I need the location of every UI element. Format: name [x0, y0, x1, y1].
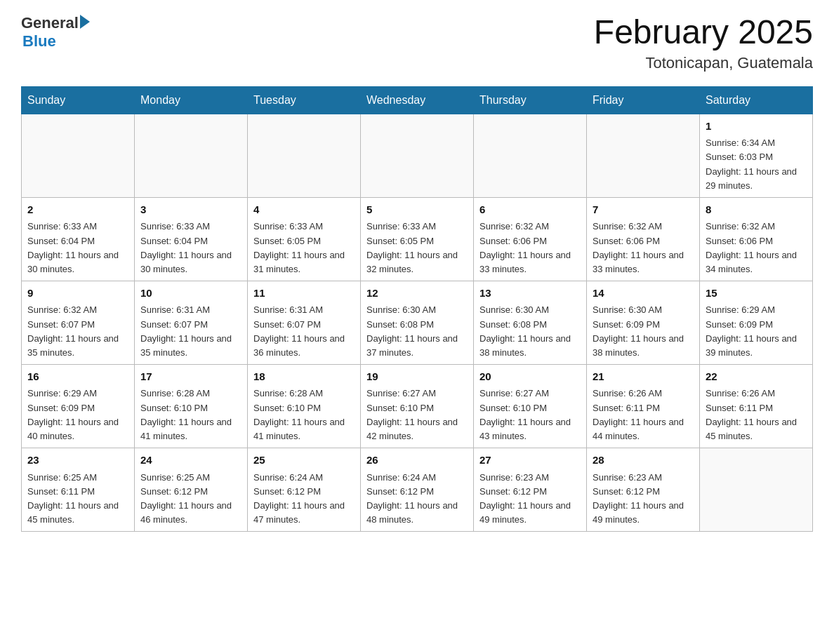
day-info: Sunrise: 6:26 AM Sunset: 6:11 PM Dayligh…	[706, 387, 807, 443]
table-row	[361, 114, 474, 197]
day-number: 24	[140, 452, 241, 469]
day-number: 1	[706, 119, 807, 135]
day-info: Sunrise: 6:33 AM Sunset: 6:04 PM Dayligh…	[27, 220, 128, 276]
table-row: 14Sunrise: 6:30 AM Sunset: 6:09 PM Dayli…	[587, 281, 700, 364]
day-info: Sunrise: 6:27 AM Sunset: 6:10 PM Dayligh…	[479, 387, 581, 443]
page-header: General Blue February 2025 Totonicapan, …	[21, 14, 813, 72]
day-number: 14	[593, 286, 694, 302]
day-info: Sunrise: 6:24 AM Sunset: 6:12 PM Dayligh…	[366, 471, 468, 528]
day-number: 11	[253, 286, 355, 302]
day-number: 2	[27, 202, 128, 218]
calendar-week-row: 16Sunrise: 6:29 AM Sunset: 6:09 PM Dayli…	[22, 364, 813, 448]
day-number: 4	[253, 202, 355, 218]
day-info: Sunrise: 6:32 AM Sunset: 6:06 PM Dayligh…	[593, 220, 694, 276]
day-number: 23	[27, 452, 128, 469]
day-number: 26	[366, 452, 468, 469]
table-row: 1Sunrise: 6:34 AM Sunset: 6:03 PM Daylig…	[700, 114, 813, 197]
table-row: 9Sunrise: 6:32 AM Sunset: 6:07 PM Daylig…	[22, 281, 135, 364]
logo-text-general: General	[21, 14, 79, 32]
day-number: 17	[140, 369, 241, 385]
calendar-week-row: 2Sunrise: 6:33 AM Sunset: 6:04 PM Daylig…	[22, 197, 813, 281]
day-number: 13	[479, 286, 581, 302]
day-info: Sunrise: 6:29 AM Sunset: 6:09 PM Dayligh…	[706, 303, 807, 360]
day-number: 21	[593, 369, 694, 385]
logo: General Blue	[21, 14, 90, 51]
calendar-header-row: Sunday Monday Tuesday Wednesday Thursday…	[22, 86, 813, 114]
day-info: Sunrise: 6:28 AM Sunset: 6:10 PM Dayligh…	[253, 387, 355, 443]
header-wednesday: Wednesday	[361, 86, 474, 114]
day-number: 7	[593, 202, 694, 218]
calendar-table: Sunday Monday Tuesday Wednesday Thursday…	[21, 86, 813, 532]
calendar-week-row: 1Sunrise: 6:34 AM Sunset: 6:03 PM Daylig…	[22, 114, 813, 197]
header-monday: Monday	[135, 86, 248, 114]
day-number: 5	[366, 202, 468, 218]
title-block: February 2025 Totonicapan, Guatemala	[594, 14, 813, 72]
day-number: 8	[706, 202, 807, 218]
table-row: 28Sunrise: 6:23 AM Sunset: 6:12 PM Dayli…	[587, 448, 700, 532]
day-number: 27	[479, 452, 581, 469]
table-row: 3Sunrise: 6:33 AM Sunset: 6:04 PM Daylig…	[135, 197, 248, 281]
day-info: Sunrise: 6:30 AM Sunset: 6:08 PM Dayligh…	[366, 303, 468, 360]
table-row: 10Sunrise: 6:31 AM Sunset: 6:07 PM Dayli…	[135, 281, 248, 364]
table-row: 17Sunrise: 6:28 AM Sunset: 6:10 PM Dayli…	[135, 364, 248, 448]
table-row: 5Sunrise: 6:33 AM Sunset: 6:05 PM Daylig…	[361, 197, 474, 281]
table-row: 6Sunrise: 6:32 AM Sunset: 6:06 PM Daylig…	[474, 197, 587, 281]
day-info: Sunrise: 6:24 AM Sunset: 6:12 PM Dayligh…	[253, 471, 355, 528]
day-number: 15	[706, 286, 807, 302]
day-number: 10	[140, 286, 241, 302]
header-tuesday: Tuesday	[248, 86, 361, 114]
table-row: 13Sunrise: 6:30 AM Sunset: 6:08 PM Dayli…	[474, 281, 587, 364]
day-number: 28	[593, 452, 694, 469]
table-row: 4Sunrise: 6:33 AM Sunset: 6:05 PM Daylig…	[248, 197, 361, 281]
day-info: Sunrise: 6:34 AM Sunset: 6:03 PM Dayligh…	[706, 136, 807, 193]
day-info: Sunrise: 6:23 AM Sunset: 6:12 PM Dayligh…	[479, 471, 581, 528]
day-number: 3	[140, 202, 241, 218]
logo-arrow-icon	[80, 15, 90, 29]
day-info: Sunrise: 6:27 AM Sunset: 6:10 PM Dayligh…	[366, 387, 468, 443]
day-info: Sunrise: 6:29 AM Sunset: 6:09 PM Dayligh…	[27, 387, 128, 443]
table-row: 19Sunrise: 6:27 AM Sunset: 6:10 PM Dayli…	[361, 364, 474, 448]
table-row: 2Sunrise: 6:33 AM Sunset: 6:04 PM Daylig…	[22, 197, 135, 281]
day-info: Sunrise: 6:31 AM Sunset: 6:07 PM Dayligh…	[140, 303, 241, 360]
table-row: 18Sunrise: 6:28 AM Sunset: 6:10 PM Dayli…	[248, 364, 361, 448]
table-row: 7Sunrise: 6:32 AM Sunset: 6:06 PM Daylig…	[587, 197, 700, 281]
day-info: Sunrise: 6:33 AM Sunset: 6:05 PM Dayligh…	[253, 220, 355, 276]
day-number: 19	[366, 369, 468, 385]
day-info: Sunrise: 6:33 AM Sunset: 6:04 PM Dayligh…	[140, 220, 241, 276]
header-thursday: Thursday	[474, 86, 587, 114]
table-row: 20Sunrise: 6:27 AM Sunset: 6:10 PM Dayli…	[474, 364, 587, 448]
logo-text-blue: Blue	[22, 32, 90, 51]
header-sunday: Sunday	[22, 86, 135, 114]
day-info: Sunrise: 6:23 AM Sunset: 6:12 PM Dayligh…	[593, 471, 694, 528]
day-number: 20	[479, 369, 581, 385]
day-info: Sunrise: 6:30 AM Sunset: 6:08 PM Dayligh…	[479, 303, 581, 360]
table-row	[22, 114, 135, 197]
day-info: Sunrise: 6:25 AM Sunset: 6:11 PM Dayligh…	[27, 471, 128, 528]
day-number: 12	[366, 286, 468, 302]
day-info: Sunrise: 6:32 AM Sunset: 6:07 PM Dayligh…	[27, 303, 128, 360]
header-friday: Friday	[587, 86, 700, 114]
table-row	[700, 448, 813, 532]
table-row: 21Sunrise: 6:26 AM Sunset: 6:11 PM Dayli…	[587, 364, 700, 448]
table-row: 23Sunrise: 6:25 AM Sunset: 6:11 PM Dayli…	[22, 448, 135, 532]
day-number: 25	[253, 452, 355, 469]
header-saturday: Saturday	[700, 86, 813, 114]
table-row	[248, 114, 361, 197]
day-info: Sunrise: 6:26 AM Sunset: 6:11 PM Dayligh…	[593, 387, 694, 443]
day-info: Sunrise: 6:33 AM Sunset: 6:05 PM Dayligh…	[366, 220, 468, 276]
calendar-week-row: 9Sunrise: 6:32 AM Sunset: 6:07 PM Daylig…	[22, 281, 813, 364]
day-number: 18	[253, 369, 355, 385]
day-number: 22	[706, 369, 807, 385]
day-info: Sunrise: 6:28 AM Sunset: 6:10 PM Dayligh…	[140, 387, 241, 443]
table-row: 12Sunrise: 6:30 AM Sunset: 6:08 PM Dayli…	[361, 281, 474, 364]
day-number: 16	[27, 369, 128, 385]
day-info: Sunrise: 6:25 AM Sunset: 6:12 PM Dayligh…	[140, 471, 241, 528]
table-row: 8Sunrise: 6:32 AM Sunset: 6:06 PM Daylig…	[700, 197, 813, 281]
day-info: Sunrise: 6:32 AM Sunset: 6:06 PM Dayligh…	[706, 220, 807, 276]
table-row: 25Sunrise: 6:24 AM Sunset: 6:12 PM Dayli…	[248, 448, 361, 532]
table-row: 16Sunrise: 6:29 AM Sunset: 6:09 PM Dayli…	[22, 364, 135, 448]
table-row: 15Sunrise: 6:29 AM Sunset: 6:09 PM Dayli…	[700, 281, 813, 364]
day-number: 9	[27, 286, 128, 302]
table-row: 22Sunrise: 6:26 AM Sunset: 6:11 PM Dayli…	[700, 364, 813, 448]
table-row: 27Sunrise: 6:23 AM Sunset: 6:12 PM Dayli…	[474, 448, 587, 532]
